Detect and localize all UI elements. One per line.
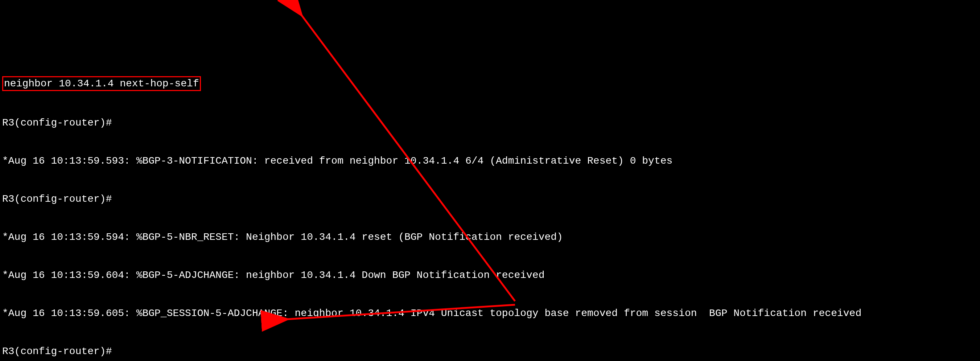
- terminal-line: *Aug 16 10:13:59.593: %BGP-3-NOTIFICATIO…: [2, 154, 978, 167]
- terminal-line: *Aug 16 10:13:59.594: %BGP-5-NBR_RESET: …: [2, 231, 978, 243]
- terminal-line: R3(config-router)#: [2, 192, 978, 205]
- pane-r3[interactable]: neighbor 10.34.1.4 next-hop-self R3(conf…: [0, 51, 980, 361]
- terminal-line: R3(config-router)#: [2, 116, 978, 129]
- highlighted-command: neighbor 10.34.1.4 next-hop-self: [2, 76, 201, 91]
- terminal-line: *Aug 16 10:13:59.605: %BGP_SESSION-5-ADJ…: [2, 307, 978, 320]
- terminal-line: R3(config-router)#: [2, 345, 978, 358]
- terminal-line: *Aug 16 10:13:59.604: %BGP-5-ADJCHANGE: …: [2, 269, 978, 281]
- terminal-window: neighbor 10.34.1.4 next-hop-self R3(conf…: [0, 0, 980, 361]
